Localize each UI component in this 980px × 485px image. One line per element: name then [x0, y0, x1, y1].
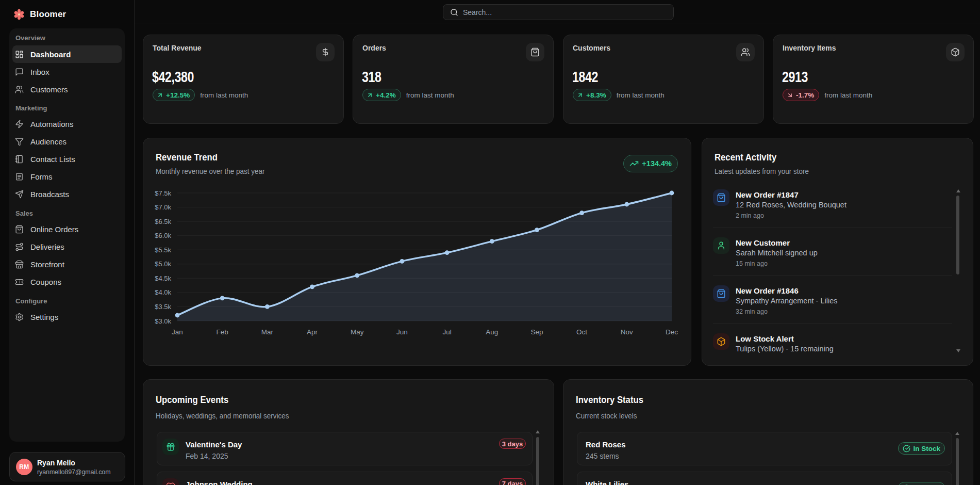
svg-text:$4.0k: $4.0k [155, 288, 171, 296]
svg-text:Nov: Nov [621, 328, 633, 336]
svg-text:$3.0k: $3.0k [155, 317, 171, 325]
svg-text:Jun: Jun [396, 328, 408, 336]
svg-text:Mar: Mar [261, 328, 274, 336]
svg-text:$6.0k: $6.0k [155, 232, 171, 239]
svg-text:Aug: Aug [486, 328, 498, 336]
svg-text:$4.5k: $4.5k [155, 274, 171, 282]
svg-text:Apr: Apr [307, 328, 318, 336]
svg-text:$7.5k: $7.5k [155, 189, 171, 197]
svg-text:$5.5k: $5.5k [155, 246, 171, 254]
svg-text:Feb: Feb [217, 328, 228, 336]
svg-text:Dec: Dec [666, 328, 678, 336]
svg-text:Oct: Oct [576, 328, 587, 336]
svg-text:Sep: Sep [530, 328, 543, 336]
svg-text:Jan: Jan [172, 328, 183, 336]
svg-text:May: May [351, 328, 364, 336]
svg-text:Jul: Jul [442, 328, 451, 336]
svg-text:$5.0k: $5.0k [155, 260, 171, 268]
svg-text:$3.5k: $3.5k [155, 303, 171, 311]
svg-text:$7.0k: $7.0k [155, 203, 171, 211]
svg-text:$6.5k: $6.5k [155, 218, 171, 225]
